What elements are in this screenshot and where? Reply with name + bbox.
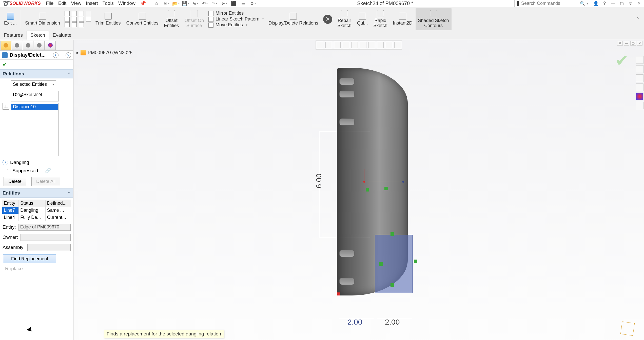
minimize-button[interactable]: —	[610, 1, 616, 6]
graphics-viewport[interactable]: ⧉ — ▢ ✕ ▸ PM009670 (WN2025... ✔	[73, 40, 644, 340]
feature-manager-tab[interactable]	[1, 41, 11, 50]
shaded-contours-button[interactable]: Shaded Sketch Contours	[416, 8, 452, 30]
login-icon[interactable]: 👤	[593, 1, 599, 7]
search-commands[interactable]: 🔍 ▾	[514, 0, 590, 7]
save-icon[interactable]: 💾	[183, 1, 189, 7]
breadcrumb-expand-icon[interactable]: ▸	[76, 50, 79, 55]
display-style-icon[interactable]	[360, 42, 366, 48]
zoom-fit-icon[interactable]	[317, 42, 323, 48]
ellipse-icon[interactable]	[72, 22, 77, 27]
linear-pattern-button[interactable]: Linear Sketch Pattern▾	[208, 16, 264, 22]
view-palette-icon[interactable]	[636, 83, 643, 91]
menu-edit[interactable]: Edit	[58, 1, 67, 6]
exit-sketch-button[interactable]: Exit ...	[2, 8, 19, 30]
vp-min-icon[interactable]: —	[624, 41, 629, 46]
help-icon[interactable]: ?	[601, 1, 608, 7]
close-button[interactable]: ✕	[636, 1, 642, 6]
filter-icon[interactable]: ☰	[240, 1, 246, 7]
view-orientation-icon[interactable]	[351, 42, 358, 48]
relation-source-field[interactable]: D2@Sketch24	[11, 91, 59, 101]
rapid-sketch-button[interactable]: Rapid Sketch	[371, 8, 390, 30]
custom-props-icon[interactable]	[636, 102, 643, 109]
view-settings-icon[interactable]	[394, 42, 401, 48]
horizontal-dimension-2-value[interactable]: 2.00	[385, 318, 400, 326]
vertical-dimension[interactable]	[319, 131, 370, 237]
tab-sketch[interactable]: Sketch	[27, 31, 49, 40]
open-icon[interactable]: 📂	[173, 1, 179, 7]
owner-field[interactable]	[21, 234, 71, 241]
relation-badge-icon[interactable]	[384, 187, 388, 190]
collapse-ribbon-icon[interactable]: ⌃	[636, 16, 642, 22]
assembly-field[interactable]	[27, 244, 71, 251]
relation-badge-icon[interactable]	[391, 283, 394, 287]
delete-button[interactable]: Delete	[4, 177, 26, 186]
display-delete-relations-button[interactable]: Display/Delete Relations	[266, 8, 321, 30]
trim-entities-button[interactable]: Trim Entities	[93, 8, 123, 30]
rectangle-icon[interactable]	[65, 17, 70, 22]
menu-file[interactable]: File	[46, 1, 54, 6]
apply-scene-icon[interactable]	[386, 42, 392, 48]
repair-sketch-button[interactable]: Repair Sketch	[335, 8, 354, 30]
mirror-entities-button[interactable]: Mirror Entities	[208, 11, 264, 16]
text-icon[interactable]	[86, 17, 91, 22]
select-icon[interactable]: ➤	[221, 1, 227, 7]
horizontal-dimension-1-value[interactable]: 2.00	[347, 318, 362, 326]
search-magnify-icon[interactable]: 🔍	[580, 1, 585, 6]
print-icon[interactable]: 🖨	[192, 1, 198, 7]
edit-appearance-icon[interactable]	[377, 42, 384, 48]
settings-icon[interactable]: ⚙	[250, 1, 256, 7]
maximize-button[interactable]: ◱	[627, 1, 633, 6]
polygon-icon[interactable]	[79, 17, 84, 22]
table-row[interactable]: Line7 Dangling Same ...	[2, 207, 71, 214]
table-row[interactable]: Line4 Fully De... Current...	[2, 214, 71, 221]
relations-list[interactable]: Distance10	[11, 103, 59, 156]
close-overlay-button[interactable]: ✕	[323, 15, 332, 24]
vp-max-icon[interactable]: ▢	[630, 41, 636, 46]
slot-icon[interactable]	[86, 11, 91, 16]
menu-view[interactable]: View	[71, 1, 81, 6]
relation-item-selected[interactable]: Distance10	[11, 104, 58, 110]
point-icon[interactable]	[65, 22, 70, 27]
search-input[interactable]	[521, 1, 580, 6]
find-replacement-button[interactable]: Find Replacement	[3, 254, 56, 263]
spline-icon[interactable]	[79, 11, 84, 16]
menu-window[interactable]: Window	[118, 1, 135, 6]
relation-badge-icon[interactable]	[391, 232, 394, 236]
appearances-icon[interactable]	[636, 93, 643, 100]
menu-pin-icon[interactable]: 📌	[140, 1, 146, 6]
breadcrumb-text[interactable]: PM009670 (WN2025...	[88, 50, 136, 55]
convert-entities-button[interactable]: Convert Entities	[124, 8, 161, 30]
pm-help-icon[interactable]: ?	[66, 52, 71, 58]
quick-snaps-button[interactable]: Qui...	[354, 8, 370, 30]
instant2d-button[interactable]: Instant2D	[390, 8, 415, 30]
config-manager-tab[interactable]	[23, 41, 33, 50]
dimxpert-tab[interactable]	[34, 41, 45, 50]
move-entities-button[interactable]: Move Entities▾	[208, 22, 264, 28]
col-entity[interactable]: Entity	[2, 200, 19, 207]
redo-icon[interactable]: ↷	[211, 1, 218, 7]
resources-tab-icon[interactable]	[636, 56, 643, 64]
relation-badge-icon[interactable]	[414, 260, 417, 263]
new-icon[interactable]: 🗎	[163, 1, 169, 7]
tab-evaluate[interactable]: Evaluate	[49, 31, 75, 40]
pm-detailed-preview-icon[interactable]: ✦	[53, 52, 58, 58]
rebuild-icon[interactable]: ⬛	[231, 1, 237, 7]
section-view-icon[interactable]	[343, 42, 349, 48]
relations-filter-dropdown[interactable]: Selected Entities ▾	[11, 80, 56, 88]
menu-insert[interactable]: Insert	[86, 1, 98, 6]
zoom-area-icon[interactable]	[325, 42, 332, 48]
fillet-icon[interactable]	[79, 22, 84, 27]
breadcrumb[interactable]: ▸ PM009670 (WN2025...	[76, 50, 136, 55]
entity-field[interactable]: Edge of PM009670	[18, 224, 71, 231]
entities-section-header[interactable]: Entities ⌃	[0, 188, 73, 198]
collapse-icon[interactable]: ⌃	[68, 191, 71, 195]
home-icon[interactable]: ⌂	[154, 1, 160, 7]
undo-icon[interactable]: ↶	[202, 1, 208, 7]
relation-badge-icon[interactable]	[379, 262, 383, 266]
collapse-icon[interactable]: ⌃	[68, 72, 71, 76]
pm-ok-button[interactable]: ✔	[0, 60, 73, 69]
relations-section-header[interactable]: Relations ⌃	[0, 69, 73, 78]
confirm-sketch-icon[interactable]: ✔	[615, 51, 629, 70]
tab-features[interactable]: Features	[0, 31, 27, 40]
offset-entities-button[interactable]: Offset Entities	[161, 8, 181, 30]
